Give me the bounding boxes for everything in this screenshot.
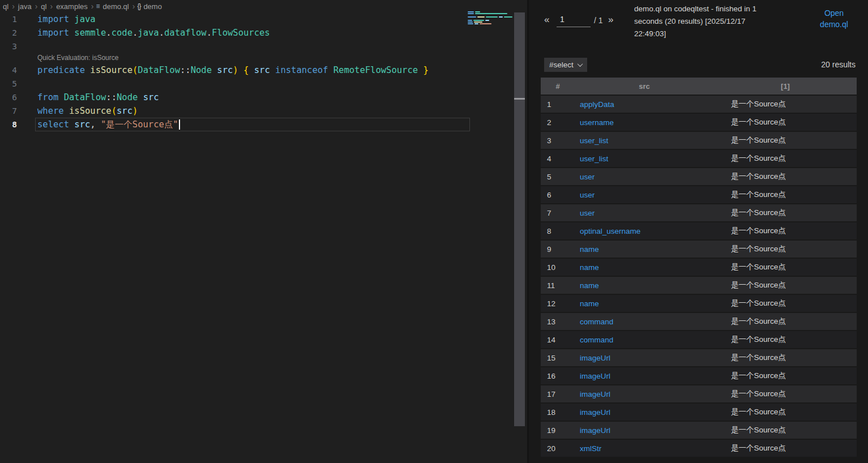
minimap-segment [504,16,512,18]
breadcrumb-separator-icon: › [33,2,40,11]
result-src-link[interactable]: user [575,191,714,199]
code-token: from [37,92,58,102]
result-src-link[interactable]: username [575,118,714,127]
code-line-text[interactable]: where isSource(src) [37,104,138,118]
result-set-dropdown[interactable]: #select [544,58,587,72]
result-src-link[interactable]: name [575,245,714,254]
code-token: . [132,28,138,38]
result-row: 6user是一个Source点 [541,186,857,203]
result-src-link[interactable]: user_list [575,155,714,163]
result-src-link[interactable]: imageUrl [575,390,714,398]
code-token [69,28,74,38]
result-message: 是一个Source点 [714,335,857,345]
breadcrumb-item-examples[interactable]: examples [55,2,89,11]
result-row: 2username是一个Source点 [541,114,857,131]
result-src-link[interactable]: name [575,281,714,290]
code-line-text[interactable]: select src, "是一个Source点" [37,118,180,131]
minimap-line [468,13,513,14]
result-src-link[interactable]: imageUrl [575,372,714,380]
result-src-link[interactable]: user [575,173,714,181]
next-page-button[interactable]: » [608,14,613,25]
breadcrumb-item-demo[interactable]: demo [142,2,163,11]
page-total-label: / 1 [594,16,603,25]
result-src-link[interactable]: imageUrl [575,408,714,417]
column-header-1[interactable]: [1] [714,82,857,91]
results-table: #src[1] 1applyData是一个Source点2username是一个… [541,78,857,457]
code-line-text[interactable]: from DataFlow::Node src [37,91,159,104]
result-row: 1applyData是一个Source点 [541,96,857,113]
result-message: 是一个Source点 [714,226,857,236]
result-message: 是一个Source点 [714,280,857,290]
breadcrumb-item-demo.ql[interactable]: demo.ql [101,2,130,11]
result-message: 是一个Source点 [714,298,857,308]
result-row: 20xmlStr是一个Source点 [541,440,857,457]
file-icon: ≡ [96,2,100,10]
result-src-link[interactable]: imageUrl [575,426,714,435]
code-token [418,65,423,75]
code-token: import [37,14,69,24]
open-query-file-link[interactable]: Open demo.ql [810,7,858,30]
code-token: isSource [90,65,132,75]
code-token: src [74,119,90,130]
breadcrumb-separator-icon: › [89,2,96,11]
minimap-segment [480,23,491,24]
minimap-segment [486,16,498,18]
result-src-link[interactable]: user [575,209,714,217]
overview-ruler-marker [514,98,525,100]
code-token: Node [191,65,212,75]
code-token: src [217,65,233,75]
code-line-2: 2import semmle.code.java.dataflow.FlowSo… [0,26,527,40]
result-src-link[interactable]: command [575,318,714,326]
result-message: 是一个Source点 [714,371,857,381]
column-header-[interactable]: # [541,82,575,91]
code-token: , [90,119,101,130]
code-line-text[interactable]: import java [37,12,96,26]
code-line-1: 1import java [0,12,527,26]
minimap-line [468,18,513,19]
result-src-link[interactable]: applyData [575,100,714,109]
code-token [85,65,90,75]
result-index: 15 [541,354,575,362]
editor-scrollbar[interactable] [514,12,525,426]
result-src-link[interactable]: optinal_username [575,227,714,235]
page-number-input[interactable] [557,13,591,27]
code-token [238,65,243,75]
result-src-link[interactable]: imageUrl [575,354,714,362]
result-message: 是一个Source点 [714,425,857,435]
result-index: 9 [541,245,575,254]
code-token [328,65,333,75]
breadcrumb-item-ql[interactable]: ql [2,2,10,11]
column-header-src[interactable]: src [575,82,714,91]
line-number: 5 [0,77,17,91]
code-token: isSource [69,106,112,116]
result-row: 5user是一个Source点 [541,168,857,185]
result-src-link[interactable]: name [575,299,714,308]
result-message: 是一个Source点 [714,153,857,164]
result-message: 是一个Source点 [714,353,857,363]
result-src-link[interactable]: name [575,263,714,272]
code-line-text[interactable]: import semmle.code.java.dataflow.FlowSou… [37,26,270,40]
code-token: instanceof [275,65,328,75]
chevron-down-icon [577,61,583,67]
code-token: :: [180,65,191,75]
breadcrumb-item-java[interactable]: java [17,2,33,11]
result-set-dropdown-label: #select [549,61,574,69]
code-line-text[interactable]: predicate isSource(DataFlow::Node src) {… [37,63,429,77]
result-message: 是一个Source点 [714,316,857,327]
result-index: 11 [541,281,575,290]
previous-page-button[interactable]: « [544,14,549,25]
code-token: ) [233,65,238,75]
result-src-link[interactable]: command [575,336,714,344]
code-token: Node [117,92,138,102]
line-number: 2 [0,26,17,40]
minimap-segment [485,20,489,21]
braces-icon: {} [137,2,140,10]
result-src-link[interactable]: user_list [575,136,714,145]
breadcrumb-item-ql[interactable]: ql [40,2,48,11]
code-token: src [117,106,132,116]
breadcrumb-separator-icon: › [48,2,55,11]
codelens-quick-evaluation-link[interactable]: Quick Evaluation: isSource [37,54,118,62]
result-src-link[interactable]: xmlStr [575,444,714,453]
minimap-line [468,11,513,12]
minimap[interactable] [468,11,513,25]
